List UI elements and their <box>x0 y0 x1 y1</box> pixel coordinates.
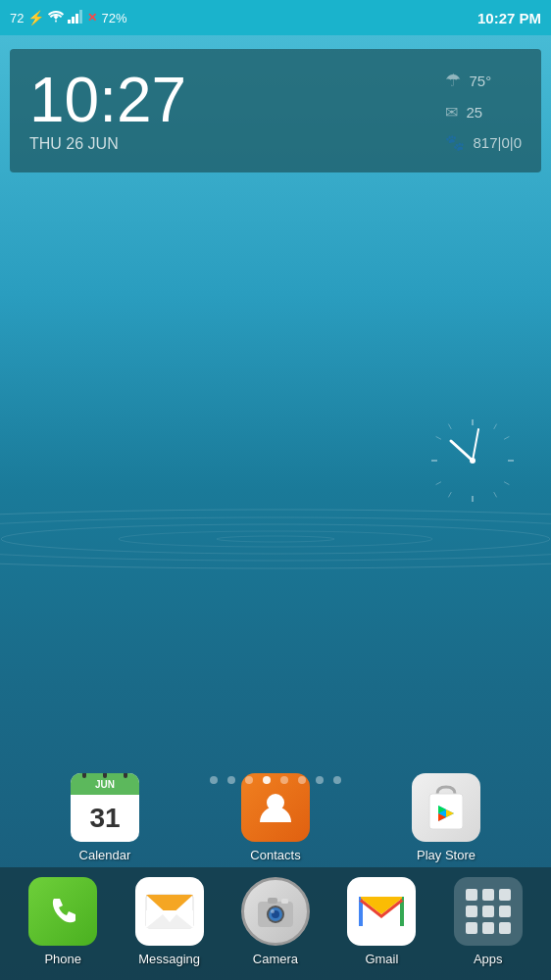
apps-dot <box>466 922 477 934</box>
camera-label: Camera <box>253 952 298 966</box>
status-right: 10:27 PM <box>477 10 541 26</box>
home-app-row: JUN 31 Calendar Contacts <box>0 773 551 862</box>
svg-rect-6 <box>72 17 75 24</box>
playstore-label: Play Store <box>417 848 476 862</box>
weather-temp: 75° <box>469 73 491 89</box>
messaging-label: Messaging <box>138 952 200 966</box>
svg-line-16 <box>494 492 497 497</box>
contacts-app[interactable]: Contacts <box>241 773 310 862</box>
steps-row: 🐾 817|0|0 <box>445 133 522 152</box>
dot-1[interactable] <box>210 776 218 784</box>
status-left: 72 ⚡ ✕ 72% <box>10 10 127 26</box>
camera-app[interactable]: Camera <box>241 877 310 966</box>
calendar-date: 31 <box>89 803 120 834</box>
svg-rect-41 <box>281 899 288 904</box>
svg-line-19 <box>436 436 441 439</box>
apps-dot <box>482 922 494 934</box>
svg-line-15 <box>504 482 509 485</box>
apps-dot <box>482 906 494 917</box>
umbrella-icon: ☂ <box>445 70 461 91</box>
svg-point-2 <box>1 524 550 554</box>
svg-line-22 <box>473 429 478 461</box>
widget-date: THU 26 JUN <box>29 135 426 153</box>
signal-icon <box>68 10 83 26</box>
messaging-icon <box>135 877 204 946</box>
wifi-icon <box>48 11 64 25</box>
phone-icon <box>28 877 97 946</box>
calendar-label: Calendar <box>79 848 131 862</box>
widget-info-section: ☂ 75° ✉ 25 🐾 817|0|0 <box>426 70 522 152</box>
svg-point-0 <box>0 510 551 568</box>
dot-5[interactable] <box>280 776 288 784</box>
svg-rect-47 <box>359 897 361 901</box>
svg-point-3 <box>119 531 432 547</box>
steps-count: 817|0|0 <box>473 134 522 151</box>
contacts-label: Contacts <box>250 848 300 862</box>
widget-time: 10:27 <box>29 69 426 131</box>
svg-rect-8 <box>79 10 82 24</box>
svg-line-20 <box>448 424 451 429</box>
svg-rect-48 <box>402 897 404 901</box>
apps-dot <box>482 889 494 901</box>
svg-point-4 <box>217 536 334 542</box>
dot-7[interactable] <box>316 776 324 784</box>
phone-label: Phone <box>44 952 81 966</box>
page-dots <box>0 776 551 784</box>
svg-point-23 <box>470 458 476 464</box>
svg-rect-5 <box>68 20 71 24</box>
status-bar: 72 ⚡ ✕ 72% 10:27 PM <box>0 0 551 35</box>
info-widget: 10:27 THU 26 JUN ☂ 75° ✉ 25 🐾 817|0|0 <box>10 49 541 172</box>
calendar-app[interactable]: JUN 31 Calendar <box>71 773 139 862</box>
gmail-icon <box>347 877 416 946</box>
apps-dot <box>466 889 477 901</box>
weather-row: ☂ 75° <box>445 70 522 91</box>
gmail-app[interactable]: Gmail <box>347 877 416 966</box>
dot-6[interactable] <box>298 776 306 784</box>
dot-2[interactable] <box>227 776 235 784</box>
email-count: 25 <box>466 104 482 121</box>
svg-line-21 <box>451 441 473 461</box>
bluetooth-icon: ⚡ <box>27 10 44 25</box>
playstore-app[interactable]: Play Store <box>412 773 480 862</box>
apps-icon <box>454 877 523 946</box>
svg-rect-7 <box>75 14 78 24</box>
email-row: ✉ 25 <box>445 103 522 122</box>
email-icon: ✉ <box>445 103 458 122</box>
apps-dot <box>499 889 511 901</box>
steps-icon: 🐾 <box>445 133 465 152</box>
phone-app[interactable]: Phone <box>28 877 97 966</box>
no-service-icon: ✕ <box>87 11 97 24</box>
widget-clock-section: 10:27 THU 26 JUN <box>29 69 426 153</box>
notification-count: 72 <box>10 11 24 25</box>
svg-point-39 <box>271 909 275 913</box>
dot-3[interactable] <box>245 776 253 784</box>
apps-dot <box>499 906 511 917</box>
messaging-app[interactable]: Messaging <box>135 877 204 966</box>
dot-8[interactable] <box>333 776 341 784</box>
svg-line-18 <box>436 482 441 485</box>
apps-label: Apps <box>474 952 503 966</box>
svg-line-14 <box>504 436 509 439</box>
gmail-label: Gmail <box>365 952 398 966</box>
svg-rect-40 <box>268 898 277 904</box>
apps-dot <box>466 906 477 917</box>
status-time: 10:27 PM <box>477 10 541 26</box>
apps-dot <box>499 922 511 934</box>
svg-line-17 <box>448 492 451 497</box>
dock: Phone Messaging <box>0 867 551 980</box>
svg-line-13 <box>494 424 497 429</box>
apps-app[interactable]: Apps <box>454 877 523 966</box>
camera-icon <box>241 877 310 946</box>
battery-percent: 72% <box>101 11 126 25</box>
analog-clock <box>424 412 522 510</box>
dot-4[interactable] <box>263 776 271 784</box>
